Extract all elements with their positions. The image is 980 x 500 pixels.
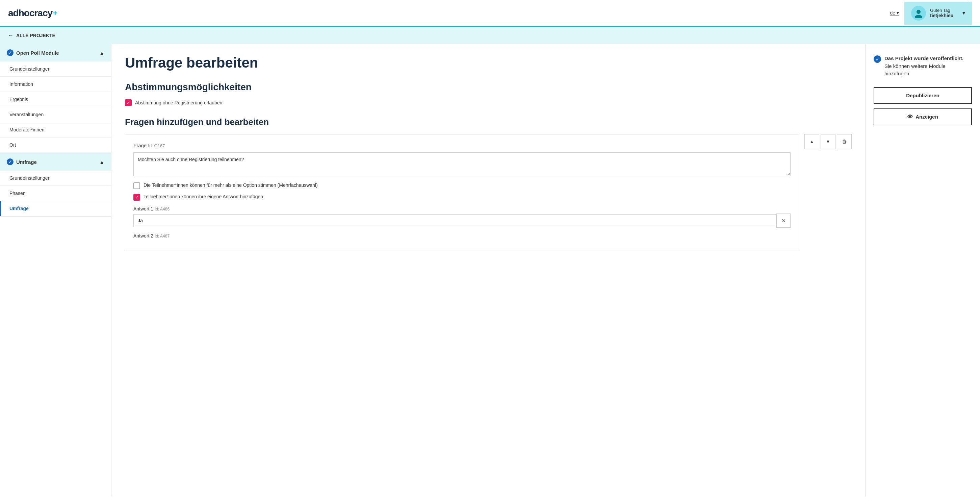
multioption-checkbox[interactable] [134,182,140,189]
sidebar-item[interactable]: Information [0,77,111,92]
user-info: Guten Tag tietjekhieu [930,8,958,18]
section-voting-title: Abstimmungsmöglichkeiten [125,82,852,92]
module-2-check-icon: ✓ [7,158,14,165]
question-controls: ▲ ▼ 🗑 [804,134,852,149]
option-row-1: Die Teilnehmer*innen können für mehr als… [134,182,791,189]
sidebar-module-2: ✓ Umfrage ▲ Grundeinstellungen Phasen Um… [0,153,111,217]
own-answer-checkbox[interactable]: ✓ [134,194,140,201]
module-1-check-icon: ✓ [7,49,14,56]
logo-plus: + [53,9,57,18]
question-card: Frage Id: Q167 Möchten Sie auch ohne Reg… [125,134,799,249]
registration-checkbox[interactable]: ✓ [125,99,132,106]
module-2-label: Umfrage [16,159,37,165]
module-1-label: Open Poll Module [16,50,59,56]
lang-label: de [890,10,895,16]
sidebar-item-umfrage-active[interactable]: Umfrage [0,201,111,216]
right-panel: ✓ Das Projekt wurde veröffentlicht. Sie … [865,44,980,497]
page-title: Umfrage bearbeiten [125,55,852,71]
published-text: Das Projekt wurde veröffentlicht. Sie kö… [885,55,972,78]
registration-checkbox-label: Abstimmung ohne Registrierung erlauben [135,100,222,105]
answer-1-delete-button[interactable]: ✕ [776,213,791,228]
language-selector[interactable]: de ▾ [890,10,899,16]
sub-header[interactable]: ← ALLE PROJEKTE [0,27,980,44]
question-options: Die Teilnehmer*innen können für mehr als… [134,182,791,201]
question-header: Frage Id: Q167 [134,143,791,148]
question-row: Frage Id: Q167 Möchten Sie auch ohne Reg… [125,134,852,257]
answer-1-row: Antwort 1 Id: A486 ✕ [134,206,791,228]
show-button[interactable]: 👁 Anzeigen [873,108,972,125]
back-arrow-icon: ← [8,32,14,38]
depublish-button[interactable]: Depublizieren [873,87,972,104]
move-up-button[interactable]: ▲ [804,134,819,149]
module-1-collapse-icon: ▲ [99,50,104,56]
multioption-label: Die Teilnehmer*innen können für mehr als… [143,182,318,188]
answer-2-row: Antwort 2 Id: A487 [134,233,791,239]
sidebar-item[interactable]: Ergebnis [0,92,111,107]
sidebar-item[interactable]: Moderator*innen [0,122,111,137]
lang-chevron-icon: ▾ [897,10,899,16]
published-check-icon: ✓ [873,56,881,63]
module-2-title-group: ✓ Umfrage [7,158,37,165]
question-textarea[interactable]: Möchten Sie auch ohne Registrierung teil… [134,152,791,176]
show-label: Anzeigen [915,114,938,119]
module-2-collapse-icon: ▲ [99,159,104,165]
published-notice: ✓ Das Projekt wurde veröffentlicht. Sie … [873,55,972,78]
question-card-wrap: Frage Id: Q167 Möchten Sie auch ohne Reg… [125,134,799,257]
question-id: Id: Q167 [148,143,165,148]
module-1-title-group: ✓ Open Poll Module [7,49,59,56]
section-questions-title: Fragen hinzufügen und bearbeiten [125,117,852,127]
header-right: de ▾ Guten Tag tietjekhieu ▾ [890,2,972,25]
sidebar-module-1: ✓ Open Poll Module ▲ Grundeinstellungen … [0,44,111,153]
sidebar: ✓ Open Poll Module ▲ Grundeinstellungen … [0,44,111,497]
sidebar-module-1-header[interactable]: ✓ Open Poll Module ▲ [0,44,111,62]
delete-question-button[interactable]: 🗑 [837,134,852,149]
content-area: Umfrage bearbeiten Abstimmungsmöglichkei… [111,44,865,497]
own-answer-label: Teilnehmer*innen können ihre eigene Antw… [143,194,263,199]
answer-2-id: Id: A487 [155,234,170,239]
user-menu[interactable]: Guten Tag tietjekhieu ▾ [904,2,972,25]
top-header: adhocracy+ de ▾ Guten Tag tietjekhieu ▾ [0,0,980,27]
depublish-label: Depublizieren [906,92,939,98]
main-layout: ✓ Open Poll Module ▲ Grundeinstellungen … [0,44,980,497]
move-down-button[interactable]: ▼ [821,134,835,149]
chevron-down-icon: ▾ [963,10,965,16]
answer-1-input[interactable] [134,214,776,227]
avatar [911,6,926,21]
answer-1-label: Antwort 1 Id: A486 [134,206,791,212]
answer-1-input-row: ✕ [134,213,791,228]
svg-point-1 [915,15,922,18]
question-label: Frage [134,143,146,148]
answer-1-id: Id: A486 [155,207,170,212]
sidebar-item[interactable]: Ort [0,137,111,153]
logo: adhocracy+ [8,8,57,19]
eye-icon: 👁 [907,114,913,120]
svg-point-0 [916,10,921,14]
option-row-2: ✓ Teilnehmer*innen können ihre eigene An… [134,194,791,201]
sidebar-item[interactable]: Phasen [0,186,111,201]
registration-checkbox-row: ✓ Abstimmung ohne Registrierung erlauben [125,99,852,106]
sidebar-module-2-header[interactable]: ✓ Umfrage ▲ [0,153,111,170]
logo-text: adhocracy [8,8,52,19]
sidebar-item[interactable]: Grundeinstellungen [0,62,111,77]
answer-2-label: Antwort 2 Id: A487 [134,233,791,239]
user-name: tietjekhieu [930,13,958,18]
user-greeting: Guten Tag [930,8,958,13]
sidebar-item[interactable]: Grundeinstellungen [0,170,111,186]
back-label: ALLE PROJEKTE [16,33,56,38]
sidebar-item[interactable]: Veranstaltungen [0,107,111,122]
